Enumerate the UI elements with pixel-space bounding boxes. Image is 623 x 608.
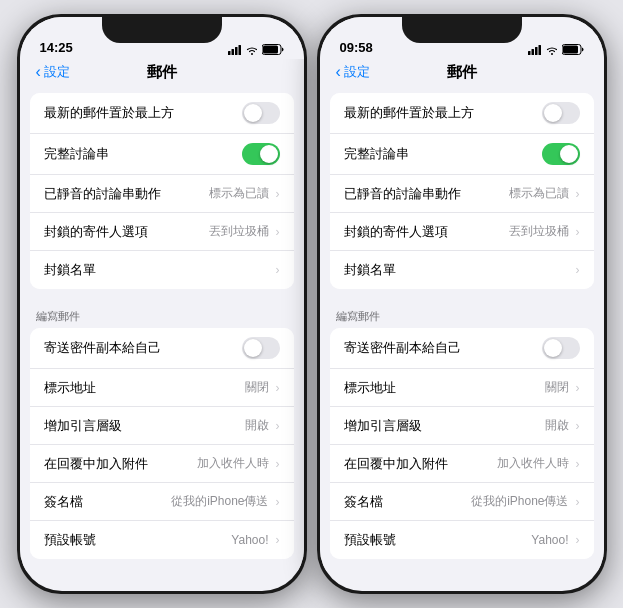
row-chevron-muted-thread: › bbox=[576, 187, 580, 201]
toggle-send-copy[interactable] bbox=[542, 337, 580, 359]
settings-row-blocked-list[interactable]: 封鎖名單› bbox=[30, 251, 294, 289]
settings-row-blocked-sender[interactable]: 封鎖的寄件人選項丟到垃圾桶› bbox=[30, 213, 294, 251]
toggle-knob-complete-threads bbox=[560, 145, 578, 163]
toggle-newest-on-top[interactable] bbox=[542, 102, 580, 124]
row-chevron-signature: › bbox=[276, 495, 280, 509]
row-label-increase-quote: 增加引言層級 bbox=[44, 417, 245, 435]
row-label-default-account: 預設帳號 bbox=[44, 531, 232, 549]
row-chevron-blocked-sender: › bbox=[276, 225, 280, 239]
toggle-knob-complete-threads bbox=[260, 145, 278, 163]
row-chevron-mark-address: › bbox=[576, 381, 580, 395]
row-label-muted-thread: 已靜音的討論串動作 bbox=[344, 185, 509, 203]
row-label-signature: 簽名檔 bbox=[344, 493, 472, 511]
settings-row-mark-address[interactable]: 標示地址關閉› bbox=[330, 369, 594, 407]
svg-rect-9 bbox=[535, 47, 538, 55]
row-value-blocked-sender: 丟到垃圾桶 bbox=[509, 223, 569, 240]
svg-rect-3 bbox=[238, 45, 241, 55]
row-label-newest-on-top: 最新的郵件置於最上方 bbox=[44, 104, 242, 122]
settings-group-threading: 最新的郵件置於最上方完整討論串已靜音的討論串動作標示為已讀›封鎖的寄件人選項丟到… bbox=[330, 93, 594, 289]
settings-row-muted-thread[interactable]: 已靜音的討論串動作標示為已讀› bbox=[330, 175, 594, 213]
wifi-icon bbox=[246, 45, 258, 55]
row-chevron-add-attachment: › bbox=[576, 457, 580, 471]
footnote: 在「郵件」以外建立的郵件將預設由此帳號傳送。 bbox=[20, 567, 304, 571]
toggle-complete-threads[interactable] bbox=[542, 143, 580, 165]
svg-point-11 bbox=[551, 53, 553, 55]
nav-bar: ‹設定郵件 bbox=[20, 59, 304, 87]
row-value-signature: 從我的iPhone傳送 bbox=[471, 493, 568, 510]
settings-row-muted-thread[interactable]: 已靜音的討論串動作標示為已讀› bbox=[30, 175, 294, 213]
notch bbox=[402, 17, 522, 43]
settings-row-complete-threads[interactable]: 完整討論串 bbox=[330, 134, 594, 175]
settings-row-newest-on-top[interactable]: 最新的郵件置於最上方 bbox=[30, 93, 294, 134]
settings-row-newest-on-top[interactable]: 最新的郵件置於最上方 bbox=[330, 93, 594, 134]
battery-icon bbox=[562, 44, 584, 55]
row-label-add-attachment: 在回覆中加入附件 bbox=[344, 455, 497, 473]
settings-row-increase-quote[interactable]: 增加引言層級開啟› bbox=[30, 407, 294, 445]
row-label-complete-threads: 完整討論串 bbox=[44, 145, 242, 163]
settings-row-signature[interactable]: 簽名檔從我的iPhone傳送› bbox=[30, 483, 294, 521]
row-value-default-account: Yahoo! bbox=[231, 533, 268, 547]
row-chevron-signature: › bbox=[576, 495, 580, 509]
row-label-newest-on-top: 最新的郵件置於最上方 bbox=[344, 104, 542, 122]
row-chevron-mark-address: › bbox=[276, 381, 280, 395]
row-label-increase-quote: 增加引言層級 bbox=[344, 417, 545, 435]
settings-row-complete-threads[interactable]: 完整討論串 bbox=[30, 134, 294, 175]
svg-rect-7 bbox=[528, 51, 531, 55]
svg-rect-1 bbox=[231, 49, 234, 55]
row-label-signature: 簽名檔 bbox=[44, 493, 172, 511]
footnote: 在「郵件」以外建立的郵件將預設由此帳號傳送。 bbox=[320, 567, 604, 571]
svg-rect-13 bbox=[563, 46, 578, 54]
svg-rect-8 bbox=[531, 49, 534, 55]
settings-row-add-attachment[interactable]: 在回覆中加入附件加入收件人時› bbox=[330, 445, 594, 483]
settings-row-send-copy[interactable]: 寄送密件副本給自己 bbox=[30, 328, 294, 369]
status-time: 14:25 bbox=[40, 40, 73, 55]
toggle-knob-send-copy bbox=[544, 339, 562, 357]
settings-group-composing: 寄送密件副本給自己標示地址關閉›增加引言層級開啟›在回覆中加入附件加入收件人時›… bbox=[30, 328, 294, 559]
settings-row-send-copy[interactable]: 寄送密件副本給自己 bbox=[330, 328, 594, 369]
settings-row-signature[interactable]: 簽名檔從我的iPhone傳送› bbox=[330, 483, 594, 521]
row-chevron-default-account: › bbox=[576, 533, 580, 547]
phone-left: 14:25 ‹設定郵件最新的郵件置於最上方完整討論串已靜音的討論串動作標示為已讀… bbox=[17, 14, 307, 594]
settings-row-default-account[interactable]: 預設帳號Yahoo!› bbox=[330, 521, 594, 559]
row-value-add-attachment: 加入收件人時 bbox=[197, 455, 269, 472]
toggle-newest-on-top[interactable] bbox=[242, 102, 280, 124]
toggle-send-copy[interactable] bbox=[242, 337, 280, 359]
svg-rect-10 bbox=[538, 45, 541, 55]
row-chevron-increase-quote: › bbox=[276, 419, 280, 433]
row-value-mark-address: 關閉 bbox=[245, 379, 269, 396]
settings-row-default-account[interactable]: 預設帳號Yahoo!› bbox=[30, 521, 294, 559]
row-chevron-default-account: › bbox=[276, 533, 280, 547]
row-value-signature: 從我的iPhone傳送 bbox=[171, 493, 268, 510]
row-value-increase-quote: 開啟 bbox=[545, 417, 569, 434]
nav-back-button[interactable]: ‹設定 bbox=[336, 63, 370, 81]
main-container: 14:25 ‹設定郵件最新的郵件置於最上方完整討論串已靜音的討論串動作標示為已讀… bbox=[0, 0, 623, 608]
row-label-send-copy: 寄送密件副本給自己 bbox=[44, 339, 242, 357]
screen-content: 最新的郵件置於最上方完整討論串已靜音的討論串動作標示為已讀›封鎖的寄件人選項丟到… bbox=[20, 87, 304, 571]
row-label-blocked-sender: 封鎖的寄件人選項 bbox=[344, 223, 509, 241]
row-value-blocked-sender: 丟到垃圾桶 bbox=[209, 223, 269, 240]
status-time: 09:58 bbox=[340, 40, 373, 55]
status-icons bbox=[528, 44, 584, 55]
settings-row-blocked-list[interactable]: 封鎖名單› bbox=[330, 251, 594, 289]
row-label-blocked-list: 封鎖名單 bbox=[44, 261, 276, 279]
nav-title: 郵件 bbox=[147, 63, 177, 82]
row-chevron-add-attachment: › bbox=[276, 457, 280, 471]
settings-row-add-attachment[interactable]: 在回覆中加入附件加入收件人時› bbox=[30, 445, 294, 483]
settings-row-blocked-sender[interactable]: 封鎖的寄件人選項丟到垃圾桶› bbox=[330, 213, 594, 251]
row-label-blocked-list: 封鎖名單 bbox=[344, 261, 576, 279]
toggle-knob-send-copy bbox=[244, 339, 262, 357]
row-value-add-attachment: 加入收件人時 bbox=[497, 455, 569, 472]
row-chevron-muted-thread: › bbox=[276, 187, 280, 201]
row-label-add-attachment: 在回覆中加入附件 bbox=[44, 455, 197, 473]
row-label-mark-address: 標示地址 bbox=[344, 379, 545, 397]
svg-point-4 bbox=[251, 53, 253, 55]
nav-back-button[interactable]: ‹設定 bbox=[36, 63, 70, 81]
row-label-mark-address: 標示地址 bbox=[44, 379, 245, 397]
toggle-complete-threads[interactable] bbox=[242, 143, 280, 165]
settings-row-increase-quote[interactable]: 增加引言層級開啟› bbox=[330, 407, 594, 445]
battery-icon bbox=[262, 44, 284, 55]
row-value-mark-address: 關閉 bbox=[545, 379, 569, 396]
row-chevron-increase-quote: › bbox=[576, 419, 580, 433]
row-label-muted-thread: 已靜音的討論串動作 bbox=[44, 185, 209, 203]
settings-row-mark-address[interactable]: 標示地址關閉› bbox=[30, 369, 294, 407]
